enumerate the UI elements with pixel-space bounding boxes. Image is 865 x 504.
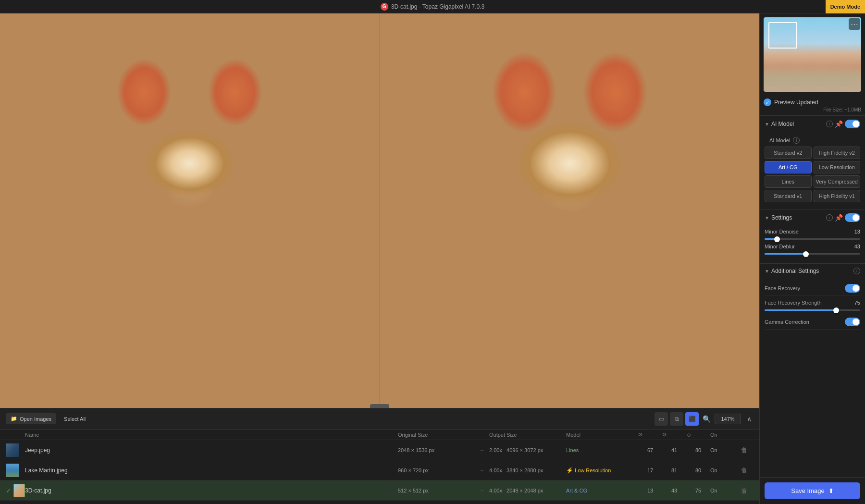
model-btn-low-resolution[interactable]: Low Resolution: [814, 161, 861, 173]
deblur-lake: 81: [662, 467, 686, 473]
model-btn-high-fidelity-v2[interactable]: High Fidelity v2: [814, 147, 861, 159]
deblur-header-icon: ⊚: [662, 431, 667, 437]
select-all-button[interactable]: Select All: [60, 414, 89, 424]
face-cat: 75: [686, 488, 710, 493]
export-icon: ⬆: [828, 487, 834, 494]
settings-section-title: Settings: [771, 214, 824, 221]
preview-image: [764, 17, 861, 92]
deblur-jeep: 41: [662, 447, 686, 453]
model-btn-very-compressed[interactable]: Very Compressed: [814, 175, 861, 188]
bottom-panel: 📁 Open Images Select All ▭ ⧉ ⬛ 🔍: [0, 408, 759, 504]
additional-settings-content: Face Recovery Face Recovery Strength 75 …: [760, 278, 865, 334]
minor-denoise-thumb[interactable]: [774, 236, 780, 242]
minor-denoise-slider[interactable]: [765, 238, 860, 240]
file-row-cat[interactable]: ✓ 3D-cat.jpg 512 × 512 px → 4.00x 2048 ×…: [0, 480, 759, 501]
delete-jeep-button[interactable]: 🗑: [734, 445, 754, 455]
header-col3: ☺: [686, 432, 710, 438]
preview-more-button[interactable]: ⋯: [849, 18, 860, 30]
ai-model-info-icon[interactable]: i: [826, 121, 833, 127]
minor-denoise-value: 13: [848, 229, 860, 234]
ai-model-chevron-icon: ▼: [765, 122, 769, 127]
denoise-lake: 17: [638, 467, 662, 473]
settings-section-header[interactable]: ▼ Settings i 📌: [760, 209, 865, 226]
on-jeep: On: [710, 447, 734, 453]
split-divider[interactable]: [379, 13, 380, 408]
ai-model-sub-info-icon[interactable]: i: [793, 137, 800, 144]
settings-info-icon[interactable]: i: [826, 214, 833, 221]
ai-model-pin-icon[interactable]: 📌: [835, 120, 843, 128]
model-jeep: Lines: [566, 447, 638, 453]
settings-chevron-icon: ▼: [765, 215, 769, 221]
model-btn-lines[interactable]: Lines: [765, 175, 812, 188]
minor-deblur-slider[interactable]: [765, 253, 860, 255]
view-single-button[interactable]: ▭: [655, 412, 668, 426]
face-recovery-toggle[interactable]: [845, 284, 860, 293]
output-size-jeep: 2.00x 4096 × 3072 px: [489, 447, 566, 453]
ai-model-toggle[interactable]: [845, 120, 860, 128]
file-name-lake: Lake Martin.jpeg: [25, 467, 398, 474]
open-images-button[interactable]: 📁 Open Images: [6, 413, 56, 424]
face-recovery-strength-slider[interactable]: [765, 309, 860, 311]
view-toggle-group: ▭ ⧉ ⬛: [655, 412, 699, 426]
chevron-up-icon: ∧: [747, 415, 752, 423]
minor-deblur-row: Minor Deblur 43: [765, 244, 860, 249]
split-handle[interactable]: [370, 404, 389, 408]
model-grid-row3: Lines Very Compressed: [765, 175, 860, 188]
header-model: Model: [566, 432, 638, 438]
model-btn-standard-v2[interactable]: Standard v2: [765, 147, 812, 159]
face-recovery-strength-fill: [765, 309, 836, 311]
folder-icon: 📁: [11, 416, 17, 422]
image-panel-left: [0, 13, 380, 408]
settings-content: Minor Denoise 13 Minor Deblur 43: [760, 226, 865, 263]
denoise-header-icon: ⊙: [638, 431, 643, 437]
face-recovery-strength-label: Face Recovery Strength: [765, 300, 845, 306]
settings-toggle[interactable]: [845, 213, 860, 222]
ai-model-section-header[interactable]: ▼ AI Model i 📌: [760, 115, 865, 132]
zoom-level[interactable]: 147%: [715, 414, 741, 424]
original-image: [0, 13, 379, 408]
file-row-lake[interactable]: Lake Martin.jpeg 960 × 720 px → 4.00x 38…: [0, 460, 759, 480]
original-size-cat: 512 × 512 px: [398, 488, 475, 493]
ai-model-label: AI Model: [769, 137, 790, 143]
face-header-icon: ☺: [686, 432, 692, 438]
additional-settings-section-header[interactable]: ▼ Additional Settings i: [760, 263, 865, 278]
delete-lake-button[interactable]: 🗑: [734, 466, 754, 475]
model-cat: Art & CG: [566, 488, 638, 493]
preview-status-text: Preview Updated: [774, 99, 818, 106]
titlebar: G 3D-cat.jpg - Topaz Gigapixel AI 7.0.3 …: [0, 0, 865, 13]
gamma-correction-label: Gamma Correction: [765, 319, 845, 325]
face-lake: 80: [686, 467, 710, 473]
deblur-cat: 43: [662, 488, 686, 493]
view-split-button[interactable]: ⧉: [670, 412, 683, 426]
minor-deblur-thumb[interactable]: [803, 251, 809, 257]
split-view-icon: ⧉: [675, 416, 679, 422]
original-size-jeep: 2048 × 1536 px: [398, 447, 475, 453]
thumbnail-lake: [6, 464, 19, 477]
header-col1: ⊙: [638, 431, 662, 438]
preview-check-icon: ✓: [764, 98, 771, 106]
gamma-correction-toggle[interactable]: [845, 318, 860, 326]
face-recovery-row: Face Recovery: [765, 281, 860, 296]
lightning-icon: ⚡: [566, 467, 573, 474]
model-btn-standard-v1[interactable]: Standard v1: [765, 190, 812, 202]
model-btn-art-cg[interactable]: Art / CG: [765, 161, 812, 173]
active-check-icon: ✓: [6, 487, 12, 494]
minor-deblur-label: Minor Deblur: [765, 244, 845, 249]
processed-image: [380, 13, 759, 408]
face-recovery-strength-thumb[interactable]: [833, 307, 839, 313]
save-image-button[interactable]: Save Image ⬆: [765, 482, 860, 499]
header-original-size: Original Size: [398, 432, 475, 438]
header-on: On: [710, 432, 734, 438]
model-btn-high-fidelity-v1[interactable]: High Fidelity v1: [814, 190, 861, 202]
arrow-lake: →: [475, 467, 489, 473]
header-col2: ⊚: [662, 431, 686, 438]
expand-button[interactable]: ∧: [745, 413, 754, 425]
zoom-icon: 🔍: [703, 415, 711, 423]
denoise-jeep: 67: [638, 447, 662, 453]
view-compare-button[interactable]: ⬛: [685, 412, 699, 426]
additional-settings-info-icon[interactable]: i: [853, 268, 860, 274]
image-viewer: [0, 13, 759, 408]
settings-pin-icon[interactable]: 📌: [835, 214, 843, 221]
delete-cat-button[interactable]: 🗑: [734, 486, 754, 495]
file-row-jeep[interactable]: Jeep.jpeg 2048 × 1536 px → 2.00x 4096 × …: [0, 440, 759, 460]
